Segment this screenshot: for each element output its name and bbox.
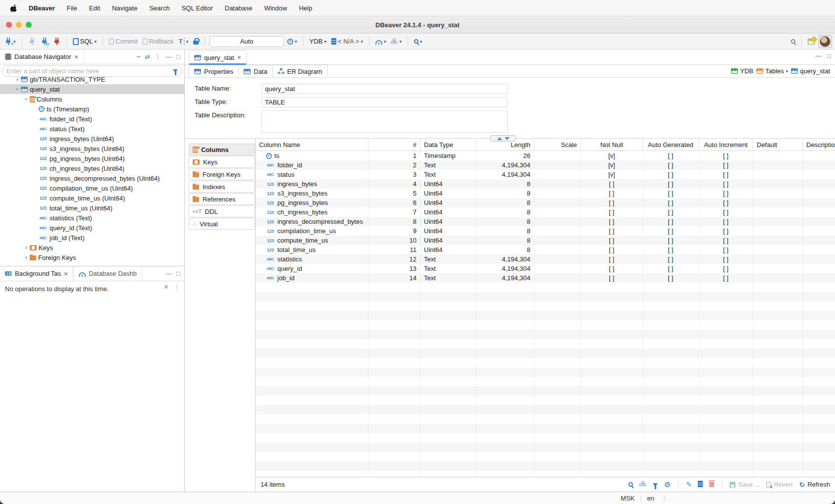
view-menu-icon[interactable]: ⋮ bbox=[155, 53, 161, 60]
close-icon[interactable]: × bbox=[64, 270, 68, 278]
menu-search[interactable]: Search bbox=[143, 4, 175, 12]
open-perspective-button[interactable] bbox=[806, 38, 816, 46]
collapse-up-icon[interactable] bbox=[497, 137, 502, 140]
breadcrumb-tables[interactable]: Tables▾ bbox=[756, 67, 788, 75]
tree-item[interactable]: ›query_stat bbox=[0, 84, 184, 94]
column-header[interactable]: Description bbox=[806, 141, 835, 149]
view-menu-icon[interactable]: ⋮ bbox=[174, 283, 180, 291]
tree-item[interactable]: ABCstatus (Text) bbox=[0, 124, 184, 134]
window-titlebar[interactable]: DBeaver 24.1.4 - query_stat bbox=[0, 16, 835, 34]
table-name-field[interactable] bbox=[261, 84, 508, 94]
table-row[interactable]: ABCjob_id14Text4,194,304[ ][ ][ ] bbox=[256, 273, 835, 283]
table-row[interactable]: 123s3_ingress_bytes5Uint648[ ][ ][ ] bbox=[256, 189, 835, 198]
column-header[interactable]: # bbox=[413, 141, 417, 149]
minimize-panel-icon[interactable]: — bbox=[165, 270, 172, 277]
transaction-mode-button[interactable]: T ▾ bbox=[177, 37, 190, 46]
close-icon[interactable]: × bbox=[74, 53, 78, 61]
subnav-indexes[interactable]: Indexes bbox=[189, 181, 255, 193]
breadcrumb-database[interactable]: YDB bbox=[731, 67, 753, 75]
subnav-columns[interactable]: +Columns bbox=[189, 144, 255, 155]
timezone-indicator[interactable]: MSK bbox=[615, 495, 640, 502]
quick-search-button[interactable] bbox=[789, 38, 797, 45]
new-connection-button[interactable]: + ▾ bbox=[3, 37, 17, 46]
subnav-ddl[interactable]: <>TDDL bbox=[189, 205, 255, 217]
tree-item[interactable]: 123pg_ingress_bytes (Uint64) bbox=[0, 153, 184, 163]
commit-button[interactable]: Commit bbox=[107, 37, 139, 46]
tab-database-dashboard[interactable]: Database Dashb bbox=[73, 266, 142, 281]
menu-file[interactable]: File bbox=[61, 4, 83, 12]
grid-settings-icon[interactable]: ⚙ bbox=[664, 481, 671, 488]
expander-icon[interactable]: › bbox=[14, 86, 21, 93]
tree-item[interactable]: ›+Columns bbox=[0, 94, 184, 104]
sql-editor-button[interactable]: SQL▾ bbox=[71, 37, 99, 46]
menu-help[interactable]: Help bbox=[293, 4, 318, 12]
column-header[interactable]: Data Type bbox=[424, 141, 453, 149]
compose-button[interactable]: ▾ bbox=[389, 38, 403, 45]
minimize-panel-icon[interactable]: — bbox=[165, 53, 172, 60]
columns-view-icon[interactable] bbox=[698, 481, 703, 489]
column-header[interactable]: Auto Increment bbox=[704, 141, 747, 149]
tab-query-stat[interactable]: query_stat × bbox=[189, 50, 247, 64]
menu-window[interactable]: Window bbox=[258, 4, 293, 12]
grid-search-icon[interactable] bbox=[628, 481, 633, 488]
tree-item[interactable]: ts (Timestamp) bbox=[0, 104, 184, 114]
tree-item[interactable]: ABCfolder_id (Text) bbox=[0, 114, 184, 124]
transaction-log-button[interactable]: ▾ bbox=[286, 38, 299, 46]
table-row[interactable]: 123ch_ingress_bytes7Uint648[ ][ ][ ] bbox=[256, 207, 835, 217]
close-window-button[interactable] bbox=[6, 22, 12, 28]
tree-item[interactable]: ABCstatistics (Text) bbox=[0, 213, 184, 223]
menu-dbeaver[interactable]: DBeaver bbox=[23, 4, 61, 12]
expander-icon[interactable]: › bbox=[23, 254, 30, 261]
clear-finished-icon[interactable]: ✕ bbox=[163, 283, 169, 291]
subnav-references[interactable]: References bbox=[189, 193, 255, 205]
tab-database-navigator[interactable]: Database Navigator × bbox=[0, 50, 84, 64]
table-row[interactable]: 123pg_ingress_bytes6Uint648[ ][ ][ ] bbox=[256, 198, 835, 207]
grid-filter-icon[interactable] bbox=[653, 481, 658, 488]
tab-background-tasks[interactable]: Background Tas × bbox=[0, 266, 73, 281]
reconnect-button[interactable]: ↻ bbox=[39, 37, 50, 46]
menu-navigate[interactable]: Navigate bbox=[106, 4, 143, 12]
column-header[interactable]: Default bbox=[757, 141, 777, 149]
table-row[interactable]: 123total_time_us11Uint648[ ][ ][ ] bbox=[256, 245, 835, 254]
tab-er-diagram[interactable]: ER Diagram bbox=[273, 65, 328, 77]
table-row[interactable]: 123compilation_time_us9Uint648[ ][ ][ ] bbox=[256, 226, 835, 236]
expander-icon[interactable]: › bbox=[23, 96, 30, 102]
subnav-virtual[interactable]: ∴Virtual bbox=[189, 218, 255, 230]
toolbar-search-button[interactable]: ▾ bbox=[413, 38, 424, 45]
delete-icon[interactable] bbox=[709, 480, 714, 489]
column-header[interactable]: Not Null bbox=[600, 141, 623, 149]
lock-button[interactable] bbox=[192, 37, 200, 46]
table-row[interactable]: ABCquery_id13Text4,194,304[ ][ ][ ] bbox=[256, 264, 835, 273]
revert-button[interactable]: Revert bbox=[766, 481, 792, 488]
table-type-field[interactable] bbox=[261, 97, 508, 107]
tree-item[interactable]: ABCquery_id (Text) bbox=[0, 223, 184, 233]
table-description-field[interactable] bbox=[261, 110, 508, 133]
zoom-window-button[interactable] bbox=[26, 22, 32, 28]
column-header[interactable]: Scale bbox=[561, 141, 577, 149]
language-indicator[interactable]: en bbox=[641, 495, 660, 502]
edit-icon[interactable]: ✎ bbox=[686, 481, 691, 488]
commit-mode-combo[interactable]: Auto bbox=[209, 36, 284, 47]
form-collapser[interactable] bbox=[490, 135, 516, 142]
menu-database[interactable]: Database bbox=[219, 4, 259, 12]
column-header[interactable]: Auto Generated bbox=[648, 141, 693, 149]
table-row[interactable]: ABCfolder_id2Text4,194,304[v][ ][ ] bbox=[256, 160, 835, 170]
filter-icon[interactable] bbox=[173, 69, 178, 73]
column-header[interactable]: Length bbox=[511, 141, 530, 149]
maximize-panel-icon[interactable]: □ bbox=[176, 53, 180, 60]
grid-header-row[interactable]: Column Name#Data TypeLengthScaleNot Null… bbox=[256, 139, 835, 151]
active-database-button[interactable]: YDB▾ bbox=[308, 37, 328, 46]
compare-icon[interactable] bbox=[639, 481, 646, 488]
breadcrumb-table[interactable]: query_stat bbox=[791, 67, 830, 75]
tree-item[interactable]: ›Foreign Keys bbox=[0, 252, 184, 262]
close-icon[interactable]: × bbox=[237, 53, 241, 61]
collapse-all-icon[interactable]: − bbox=[137, 53, 141, 60]
tree-item[interactable]: 123ch_ingress_bytes (Uint64) bbox=[0, 163, 184, 173]
table-row[interactable]: ts1Timestamp26[v][ ][ ] bbox=[256, 151, 835, 160]
tree-item[interactable]: 123compute_time_us (Uint64) bbox=[0, 193, 184, 203]
table-row[interactable]: 123compute_time_us10Uint648[ ][ ][ ] bbox=[256, 236, 835, 245]
subnav-keys[interactable]: Keys bbox=[189, 156, 255, 168]
dashboard-button[interactable]: ▾ bbox=[374, 37, 388, 46]
menu-sql-editor[interactable]: SQL Editor bbox=[176, 4, 219, 12]
dbeaver-perspective-button[interactable] bbox=[818, 35, 832, 48]
